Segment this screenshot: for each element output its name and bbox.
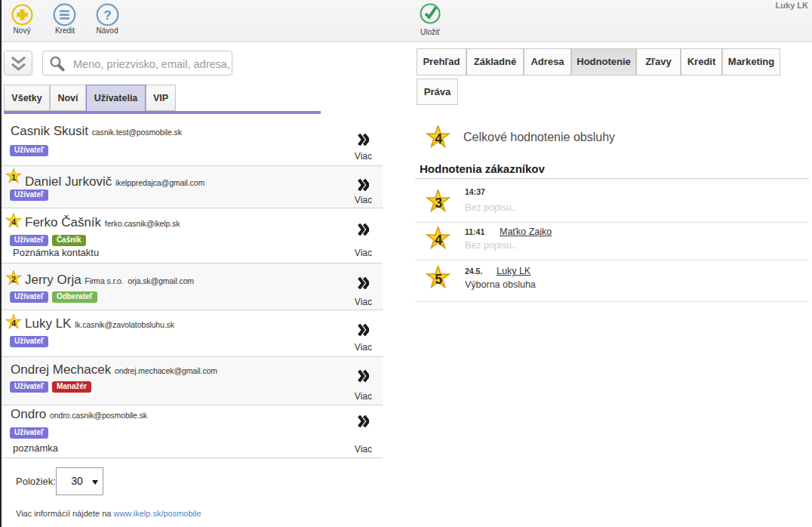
svg-text:4: 4 — [435, 233, 442, 248]
svg-text:5: 5 — [435, 272, 442, 287]
svg-text:3: 3 — [435, 196, 442, 211]
svg-text:4: 4 — [435, 131, 442, 146]
svg-text:2: 2 — [11, 275, 16, 284]
svg-text:?: ? — [103, 8, 111, 23]
svg-text:4: 4 — [11, 319, 16, 328]
svg-text:1: 1 — [11, 173, 16, 182]
svg-text:4: 4 — [11, 217, 16, 227]
